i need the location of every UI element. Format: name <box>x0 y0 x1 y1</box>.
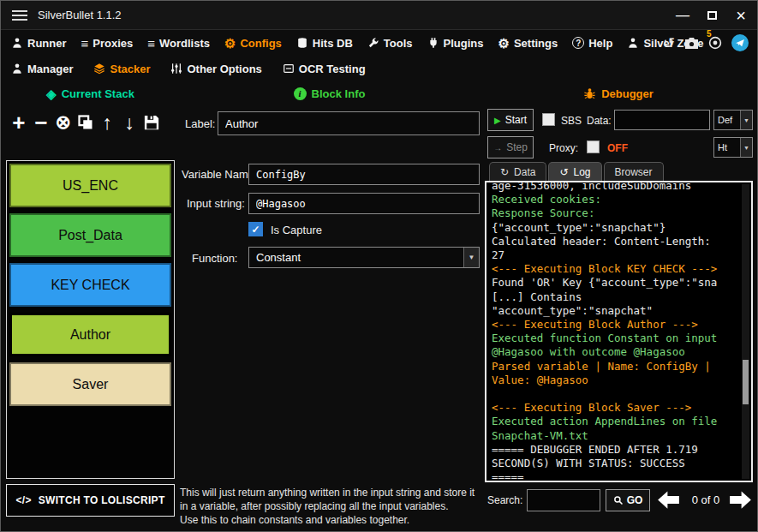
chevron-down-icon: ▼ <box>740 138 752 157</box>
minimize-button[interactable]: — <box>668 1 697 30</box>
app-window: SilverBullet 1.1.2 — × Runner ≡ Proxies … <box>0 0 758 532</box>
aperture-button[interactable] <box>708 36 722 50</box>
log-line: SECOND(S) WITH STATUS: SUCCESS <box>492 457 737 470</box>
log-output: age-31536000, includeSubDomainsReceived … <box>486 181 751 482</box>
move-up-button[interactable]: ↑ <box>96 111 118 134</box>
proxy-type-value: Ht <box>718 142 727 152</box>
log-line: {"account_type":"snapchat"} <box>492 221 737 235</box>
clone-block-button[interactable] <box>75 111 97 134</box>
log-line: Response Source: <box>492 206 737 220</box>
stack-block[interactable]: US_ENC <box>9 164 171 207</box>
search-icon <box>613 495 624 505</box>
nav-item-configs[interactable]: ⚙ Configs <box>224 37 282 50</box>
ocr-icon <box>283 63 295 75</box>
subnav-item-ocr-testing[interactable]: OCR Testing <box>283 63 366 75</box>
nav-label: Settings <box>514 37 558 50</box>
next-result-button[interactable] <box>729 488 752 511</box>
tab-label: Browser <box>615 166 653 178</box>
log-line: <--- Executing Block KEY CHECK ---> <box>492 262 737 276</box>
screenshot-button[interactable] <box>684 37 699 50</box>
log-scrollbar[interactable] <box>742 184 749 479</box>
log-line: @Hagasoo with outcome @Hagasoo <box>492 345 737 359</box>
clear-stack-button[interactable]: ⊗ <box>52 111 75 134</box>
debugger-tabs: ↻ Data ↺ Log Browser <box>489 162 665 182</box>
nav-item-tools[interactable]: Tools <box>367 37 413 50</box>
start-button[interactable]: ▶ Start <box>487 109 534 131</box>
telegram-button[interactable] <box>731 34 749 51</box>
function-select[interactable]: Constant ▼ <box>248 247 480 268</box>
log-line: "account_type":"snapchat" <box>492 304 737 318</box>
log-line: Value: @Hagasoo <box>492 374 737 387</box>
runner-icon <box>11 37 23 49</box>
window-controls: — × <box>668 1 755 30</box>
input-string-input[interactable] <box>248 193 480 214</box>
sbs-label: SBS <box>561 115 582 127</box>
maximize-button[interactable] <box>697 1 726 30</box>
tab-label: Log <box>573 166 590 178</box>
stack-block[interactable]: Post_Data <box>9 213 171 257</box>
log-scrollbar-thumb[interactable] <box>743 360 749 404</box>
tab-data[interactable]: ↻ Data <box>489 162 546 182</box>
step-button[interactable]: → Step <box>487 136 534 158</box>
log-line: Executed action AppendLines on file <box>492 415 737 428</box>
description-line-2: Use this to chain constants and variable… <box>180 514 409 526</box>
copy-icon <box>77 114 94 131</box>
nav-tools: ↺ <box>663 30 749 56</box>
switch-to-loliscript-button[interactable]: </> SWITCH TO LOLISCRIPT <box>6 484 175 517</box>
tab-log[interactable]: ↺ Log <box>548 162 601 182</box>
switch-button-label: SWITCH TO LOLISCRIPT <box>39 494 165 506</box>
previous-result-button[interactable] <box>657 488 680 511</box>
main-nav: Runner ≡ Proxies ≡ Wordlists ⚙ Configs H… <box>1 30 629 56</box>
close-button[interactable]: × <box>726 1 755 30</box>
subnav-item-other-options[interactable]: Other Options <box>170 63 261 75</box>
label-caption: Label: <box>185 117 215 130</box>
stack-block[interactable]: KEY CHECK <box>9 263 171 307</box>
maximize-icon <box>707 11 717 20</box>
nav-item-help[interactable]: ? Help <box>572 37 612 50</box>
proxy-type-select[interactable]: Ht ▼ <box>713 137 753 158</box>
nav-item-hits-db[interactable]: Hits DB <box>296 37 353 50</box>
move-down-button[interactable]: ↓ <box>118 111 140 134</box>
subnav-item-stacker[interactable]: Stacker <box>93 63 150 75</box>
subnav-item-manager[interactable]: Manager <box>11 63 73 75</box>
search-input[interactable] <box>527 489 600 511</box>
list-icon: ≡ <box>147 37 155 50</box>
check-icon: ✓ <box>251 224 260 236</box>
nav-label: Wordlists <box>159 37 210 50</box>
stack-toolbar: + − ⊗ ↑ ↓ <box>8 105 163 140</box>
data-input[interactable] <box>614 110 710 130</box>
block-info-panel: i Block Info Label: Variable Name: Input… <box>176 83 482 526</box>
proxy-checkbox[interactable] <box>587 140 600 153</box>
add-block-button[interactable]: + <box>8 111 30 134</box>
stack-block[interactable]: Saver <box>9 362 171 406</box>
save-config-button[interactable] <box>140 111 163 134</box>
nav-item-settings[interactable]: ⚙ Settings <box>498 37 558 50</box>
sliders-icon <box>170 63 182 75</box>
variable-name-input[interactable] <box>248 164 480 185</box>
stack-diamond-icon: ◈ <box>46 87 57 100</box>
tab-browser[interactable]: Browser <box>604 162 664 182</box>
nav-item-plugins[interactable]: Plugins <box>427 37 484 50</box>
nav-item-runner[interactable]: Runner <box>11 37 67 50</box>
is-capture-checkbox[interactable]: ✓ <box>248 222 263 236</box>
sbs-checkbox[interactable] <box>542 113 555 126</box>
nav-item-proxies[interactable]: ≡ Proxies <box>81 37 134 50</box>
history-button[interactable]: ↺ <box>663 36 675 51</box>
stack-block[interactable]: Author <box>9 313 171 356</box>
chevron-down-icon: ▼ <box>463 248 479 267</box>
label-input[interactable] <box>218 111 480 135</box>
play-icon: ▶ <box>494 116 501 125</box>
data-type-select[interactable]: Def ▼ <box>713 110 753 130</box>
step-arrow-icon: → <box>493 143 502 152</box>
log-line: ===== DEBUGGER ENDED AFTER 1.719 <box>492 443 737 457</box>
remove-block-button[interactable]: − <box>30 111 52 134</box>
nav-label: Hits DB <box>313 37 353 50</box>
go-button[interactable]: GO <box>606 489 650 511</box>
hamburger-menu-icon[interactable] <box>12 10 27 21</box>
log-line: ===== <box>492 470 737 482</box>
aperture-icon <box>708 36 722 50</box>
current-stack-header: ◈ Current Stack <box>6 83 175 104</box>
plug-icon <box>427 37 439 49</box>
nav-item-wordlists[interactable]: ≡ Wordlists <box>147 37 210 50</box>
nav-label: Tools <box>384 37 413 50</box>
